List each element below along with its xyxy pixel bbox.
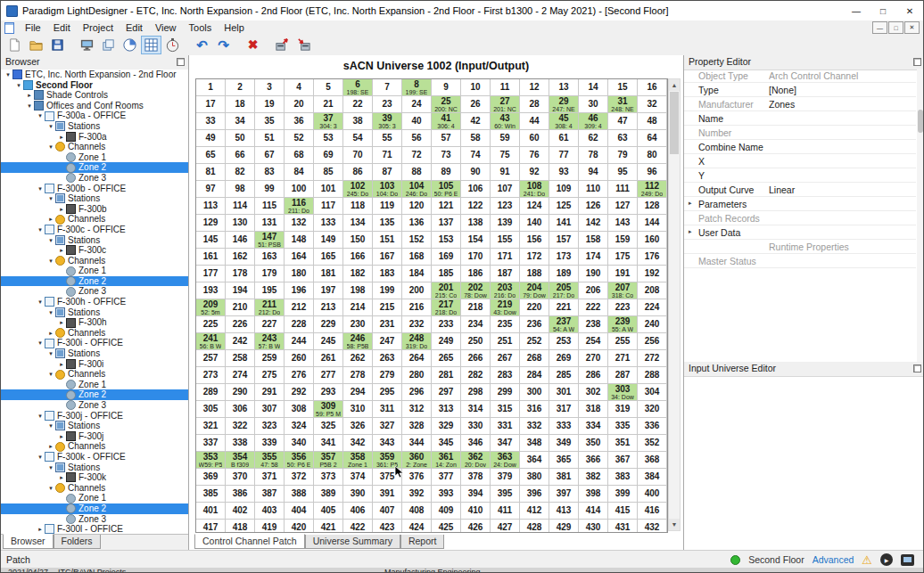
patch-cell-399[interactable]: 399 — [608, 486, 638, 503]
patch-cell-328[interactable]: 328 — [402, 418, 432, 435]
patch-cell-17[interactable]: 17 — [196, 96, 226, 113]
expander-icon[interactable]: ▸ — [57, 245, 66, 256]
patch-cell-202[interactable]: 20278: Dow — [461, 282, 491, 299]
patch-cell-264[interactable]: 264 — [402, 350, 432, 367]
patch-cell-100[interactable]: 100 — [285, 181, 314, 198]
expander-icon[interactable]: ▾ — [14, 80, 23, 91]
patch-cell-201[interactable]: 201215: Co — [432, 282, 461, 299]
patch-cell-95[interactable]: 95 — [608, 164, 638, 181]
patch-cell-237[interactable]: 23754: A W — [549, 316, 579, 333]
patch-cell-13[interactable]: 13 — [549, 79, 579, 96]
scroll-up-icon[interactable]: ▲ — [669, 79, 680, 91]
patch-cell-114[interactable]: 114 — [226, 198, 255, 215]
patch-cell-29[interactable]: 29247: NE — [549, 96, 579, 113]
patch-cell-423[interactable]: 423 — [373, 520, 402, 533]
patch-cell-26[interactable]: 26 — [461, 96, 491, 113]
patch-cell-389[interactable]: 389 — [314, 486, 343, 503]
expander-icon[interactable]: ▾ — [46, 369, 55, 380]
patch-cell-378[interactable]: 378 — [461, 469, 491, 486]
patch-cell-109[interactable]: 109 — [549, 181, 579, 198]
patch-cell-115[interactable]: 115 — [255, 198, 285, 215]
patch-cell-267[interactable]: 267 — [491, 350, 520, 367]
patch-cell-139[interactable]: 139 — [491, 215, 520, 232]
patch-cell-414[interactable]: 414 — [579, 503, 608, 520]
tree-item-offices-and-conf-rooms[interactable]: ▾Offices and Conf Rooms — [1, 101, 188, 111]
patch-cell-79[interactable]: 79 — [608, 147, 638, 164]
patch-cell-316[interactable]: 316 — [520, 401, 549, 418]
patch-cell-30[interactable]: 30 — [579, 96, 608, 113]
patch-cell-242[interactable]: 242 — [226, 333, 255, 350]
patch-cell-212[interactable]: 212 — [285, 299, 314, 316]
patch-cell-14[interactable]: 14 — [579, 79, 608, 96]
patch-cell-151[interactable]: 151 — [373, 232, 402, 249]
patch-cell-281[interactable]: 281 — [432, 367, 461, 384]
patch-cell-113[interactable]: 113 — [196, 198, 226, 215]
patch-cell-240[interactable]: 240 — [638, 316, 667, 333]
patch-cell-319[interactable]: 319 — [608, 401, 638, 418]
patch-cell-130[interactable]: 130 — [226, 215, 255, 232]
patch-cell-231[interactable]: 231 — [373, 316, 402, 333]
open-project-button[interactable] — [26, 36, 46, 54]
patch-cell-345[interactable]: 345 — [432, 435, 461, 452]
expander-icon[interactable]: ▸ — [46, 328, 55, 339]
patch-cell-381[interactable]: 381 — [549, 469, 579, 486]
patch-cell-186[interactable]: 186 — [461, 266, 491, 282]
patch-cell-262[interactable]: 262 — [343, 350, 373, 367]
patch-cell-309[interactable]: 30959: P5 M — [314, 401, 343, 418]
patch-cell-361[interactable]: 36114: Zon — [432, 452, 461, 469]
tree-item-stations[interactable]: ▾Stations — [1, 121, 188, 132]
patch-cell-22[interactable]: 22 — [343, 96, 373, 113]
patch-cell-405[interactable]: 405 — [314, 503, 343, 520]
patch-cell-362[interactable]: 36220: Dov — [461, 452, 491, 469]
patch-cell-122[interactable]: 122 — [461, 198, 491, 215]
patch-cell-207[interactable]: 207318: Co — [608, 282, 638, 299]
patch-cell-245[interactable]: 245 — [314, 333, 343, 350]
patch-cell-295[interactable]: 295 — [373, 384, 402, 401]
patch-cell-420[interactable]: 420 — [285, 520, 314, 533]
patch-cell-291[interactable]: 291 — [255, 384, 285, 401]
patch-cell-338[interactable]: 338 — [226, 435, 255, 452]
patch-cell-285[interactable]: 285 — [549, 367, 579, 384]
patch-cell-213[interactable]: 213 — [314, 299, 343, 316]
patch-cell-351[interactable]: 351 — [608, 435, 638, 452]
patch-cell-160[interactable]: 160 — [638, 232, 667, 249]
patch-cell-210[interactable]: 210 — [226, 299, 255, 316]
mdi-minimize-button[interactable]: — — [872, 21, 887, 34]
patch-cell-330[interactable]: 330 — [461, 418, 491, 435]
expander-icon[interactable]: ▾ — [36, 184, 45, 194]
patch-cell-55[interactable]: 55 — [373, 130, 402, 147]
patch-cell-88[interactable]: 88 — [402, 164, 432, 181]
patch-cell-340[interactable]: 340 — [285, 435, 314, 452]
expander-icon[interactable]: ▾ — [46, 256, 55, 266]
patch-cell-199[interactable]: 199 — [373, 282, 402, 299]
patch-cell-297[interactable]: 297 — [432, 384, 461, 401]
patch-cell-70[interactable]: 70 — [343, 147, 373, 164]
patch-cell-125[interactable]: 125 — [549, 198, 579, 215]
patch-cell-148[interactable]: 148 — [285, 232, 314, 249]
tree-item-f-300b[interactable]: ▸F-300b — [1, 204, 188, 215]
patch-cell-251[interactable]: 251 — [491, 333, 520, 350]
patch-cell-384[interactable]: 384 — [638, 469, 667, 486]
patch-cell-406[interactable]: 406 — [343, 503, 373, 520]
expander-icon[interactable]: ▾ — [36, 225, 45, 235]
patch-cell-308[interactable]: 308 — [285, 401, 314, 418]
patch-cell-20[interactable]: 20 — [285, 96, 314, 113]
tree-item-f-300l-office[interactable]: ▸F-300l - OFFICE — [1, 524, 188, 535]
menu-item-edit[interactable]: Edit — [120, 22, 149, 33]
patch-cell-275[interactable]: 275 — [255, 367, 285, 384]
patch-cell-105[interactable]: 10550: P6 E — [432, 181, 461, 198]
patch-cell-217[interactable]: 217218: Do — [432, 299, 461, 316]
patch-cell-73[interactable]: 73 — [432, 147, 461, 164]
patch-cell-370[interactable]: 370 — [226, 469, 255, 486]
patch-cell-123[interactable]: 123 — [491, 198, 520, 215]
panel-float-icon[interactable] — [913, 364, 921, 372]
patch-cell-218[interactable]: 218 — [461, 299, 491, 316]
patch-cell-94[interactable]: 94 — [579, 164, 608, 181]
mdi-close-button[interactable]: ✕ — [904, 21, 920, 34]
patch-cell-127[interactable]: 127 — [608, 198, 638, 215]
patch-cell-61[interactable]: 61 — [549, 130, 579, 147]
patch-cell-393[interactable]: 393 — [432, 486, 461, 503]
menu-item-tools[interactable]: Tools — [183, 22, 219, 33]
patch-cell-379[interactable]: 379 — [491, 469, 520, 486]
patch-cell-274[interactable]: 274 — [226, 367, 255, 384]
